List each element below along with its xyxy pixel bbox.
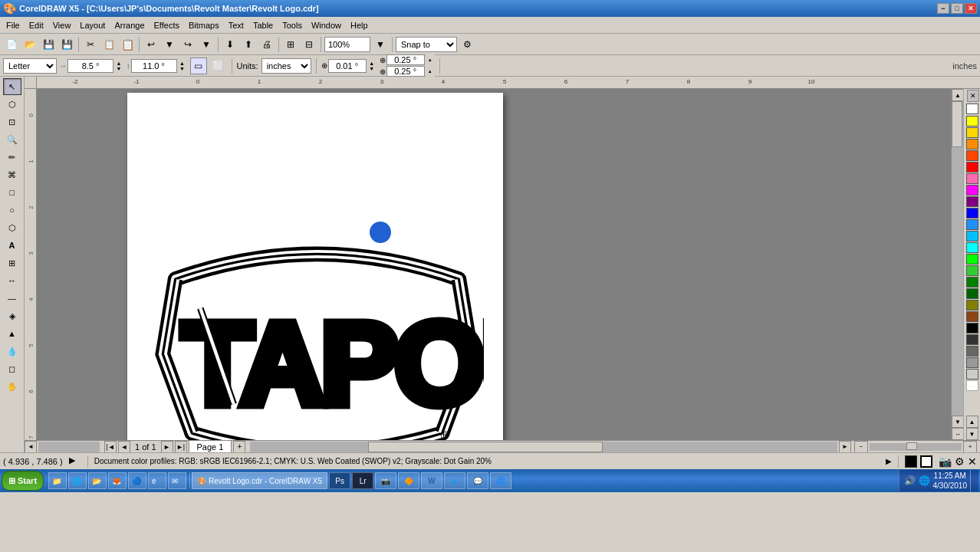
color-swatch-red[interactable] bbox=[966, 162, 978, 172]
smart-fill-tool-button[interactable]: ⌘ bbox=[3, 166, 21, 183]
menu-window[interactable]: Window bbox=[307, 19, 346, 31]
taskbar-coreldraw-item[interactable]: 🎨 Revolt Logo.cdr - CorelDRAW X5 bbox=[192, 472, 327, 489]
h-scroll-left-button[interactable]: ◄ bbox=[25, 441, 37, 453]
v-scroll-track[interactable] bbox=[952, 101, 963, 416]
paste-button[interactable]: 📋 bbox=[119, 36, 136, 53]
undo-button[interactable]: ↩ bbox=[143, 36, 159, 53]
maximize-button[interactable]: □ bbox=[951, 3, 963, 14]
next-page-button[interactable]: ► bbox=[161, 441, 173, 453]
menu-help[interactable]: Help bbox=[346, 19, 373, 31]
color-swatch-red-orange[interactable] bbox=[966, 150, 978, 161]
taskbar-item-orange[interactable]: 🔶 bbox=[398, 472, 419, 489]
menu-table[interactable]: Table bbox=[248, 19, 278, 31]
color-swatch-lime[interactable] bbox=[966, 265, 978, 276]
undo-dropdown[interactable]: ▼ bbox=[161, 36, 178, 53]
zoom-slider-thumb[interactable] bbox=[906, 442, 917, 450]
color-swatch-dark-gray[interactable] bbox=[966, 334, 978, 345]
menu-arrange[interactable]: Arrange bbox=[110, 19, 149, 31]
horizontal-scrollbar[interactable]: ◄ |◄ ◄ 1 of 1 ► ►| Page 1 + ► − bbox=[25, 440, 980, 452]
first-page-button[interactable]: |◄ bbox=[104, 441, 117, 453]
color-swatch-blue[interactable] bbox=[966, 208, 978, 219]
zoom-in-button[interactable]: + bbox=[963, 441, 977, 453]
fill-tool-button[interactable]: ▲ bbox=[3, 325, 21, 342]
taskbar-ie[interactable]: e bbox=[148, 472, 166, 489]
taskbar-item-swirl[interactable]: 🌀 bbox=[490, 472, 511, 489]
scroll-down-button[interactable]: ▼ bbox=[952, 416, 963, 428]
export-button[interactable]: ⬆ bbox=[240, 36, 257, 53]
h-scroll-track-right[interactable] bbox=[250, 442, 837, 452]
color-swatch-medium-gray[interactable] bbox=[966, 357, 978, 368]
height-input[interactable] bbox=[131, 59, 177, 73]
nudge3-input[interactable] bbox=[386, 66, 425, 77]
color-swatch-gray[interactable] bbox=[966, 346, 978, 356]
units-dropdown[interactable]: inches mm cm points picas pixels bbox=[261, 58, 311, 74]
fill-color-square[interactable] bbox=[905, 455, 917, 468]
systray-network-icon[interactable]: 🌐 bbox=[919, 475, 930, 486]
ungroup-button[interactable]: ⊟ bbox=[301, 36, 317, 53]
color-profile-expand-button[interactable]: ▶ bbox=[886, 457, 892, 465]
portrait-button[interactable]: ▭ bbox=[190, 58, 207, 74]
taskbar-skype-item[interactable]: 💬 bbox=[467, 472, 488, 489]
shape-edit-tool-button[interactable]: ⬡ bbox=[3, 96, 21, 113]
color-swatch-olive[interactable] bbox=[966, 300, 978, 310]
menu-edit[interactable]: Edit bbox=[25, 19, 48, 31]
width-spinner[interactable]: ▲▼ bbox=[114, 59, 123, 73]
camera-icon[interactable]: 📷 bbox=[939, 455, 952, 468]
color-swatch-deep-sky-blue[interactable] bbox=[966, 231, 978, 242]
color-swatch-orange[interactable] bbox=[966, 139, 978, 150]
eyedropper-tool-button[interactable]: 💧 bbox=[3, 343, 21, 360]
taskbar-ie2-item[interactable]: e bbox=[444, 472, 465, 489]
width-input[interactable] bbox=[67, 59, 113, 73]
table-tool-button[interactable]: ⊞ bbox=[3, 255, 21, 271]
hand-tool-button[interactable]: ✋ bbox=[3, 378, 21, 395]
status-icon-2[interactable]: ⚙ bbox=[955, 455, 965, 468]
close-button[interactable]: ✕ bbox=[965, 3, 977, 14]
color-swatch-light-gray[interactable] bbox=[966, 369, 978, 380]
taskbar-photoshop-item[interactable]: Ps bbox=[329, 472, 350, 489]
height-spinner[interactable]: ▲▼ bbox=[178, 59, 187, 73]
minimize-button[interactable]: − bbox=[937, 3, 949, 14]
redo-button[interactable]: ↪ bbox=[179, 36, 196, 53]
menu-file[interactable]: File bbox=[2, 19, 25, 31]
nudge-spinner[interactable]: ▲▼ bbox=[367, 59, 377, 73]
group-button[interactable]: ⊞ bbox=[282, 36, 299, 53]
color-swatch-gold[interactable] bbox=[966, 127, 978, 138]
print-button[interactable]: 🖨 bbox=[258, 36, 275, 53]
select-tool-button[interactable]: ↖ bbox=[3, 78, 21, 95]
close-status-icon[interactable]: ✕ bbox=[968, 455, 977, 468]
connector-tool-button[interactable]: — bbox=[3, 290, 21, 307]
dimension-tool-button[interactable]: ↔ bbox=[3, 272, 21, 289]
start-button[interactable]: ⊞ Start bbox=[2, 471, 44, 491]
color-swatch-pink[interactable] bbox=[966, 173, 978, 184]
new-button[interactable]: 📄 bbox=[3, 36, 20, 53]
h-scroll-right-button[interactable]: ► bbox=[839, 441, 851, 453]
color-swatch-magenta[interactable] bbox=[966, 185, 978, 196]
color-swatch-white[interactable] bbox=[966, 380, 978, 391]
polygon-tool-button[interactable]: ⬡ bbox=[3, 219, 21, 236]
palette-scroll-down[interactable]: ▼ bbox=[966, 428, 978, 440]
taskbar-filezilla[interactable]: 📂 bbox=[88, 472, 107, 489]
systray-sound-icon[interactable]: 🔊 bbox=[904, 475, 916, 486]
blend-tool-button[interactable]: ◈ bbox=[3, 307, 21, 324]
zoom-slider-track[interactable] bbox=[870, 443, 962, 451]
copy-button[interactable]: 📋 bbox=[100, 36, 117, 53]
nudge3-spinner-up[interactable]: ▲ bbox=[426, 66, 435, 77]
save-as-button[interactable]: 💾 bbox=[58, 36, 75, 53]
taskbar-lightroom-item[interactable]: Lr bbox=[352, 472, 373, 489]
menu-view[interactable]: View bbox=[48, 19, 76, 31]
page-size-dropdown[interactable]: Letter bbox=[3, 58, 57, 74]
palette-close-button[interactable]: ✕ bbox=[967, 90, 979, 102]
color-swatch-yellow[interactable] bbox=[966, 116, 978, 127]
color-swatch-dark-green[interactable] bbox=[966, 277, 978, 288]
menu-effects[interactable]: Effects bbox=[150, 19, 184, 31]
taskbar-email[interactable]: ✉ bbox=[168, 472, 186, 489]
last-page-button[interactable]: ►| bbox=[175, 441, 187, 453]
outline-color-square[interactable] bbox=[920, 455, 932, 468]
menu-layout[interactable]: Layout bbox=[75, 19, 110, 31]
color-swatch-black[interactable] bbox=[966, 323, 978, 334]
landscape-button[interactable]: ⬜ bbox=[210, 58, 227, 74]
taskbar-item5[interactable]: 🔵 bbox=[128, 472, 146, 489]
taskbar-word-item[interactable]: W bbox=[421, 472, 442, 489]
save-button[interactable]: 💾 bbox=[40, 36, 57, 53]
ellipse-tool-button[interactable]: ○ bbox=[3, 202, 21, 219]
